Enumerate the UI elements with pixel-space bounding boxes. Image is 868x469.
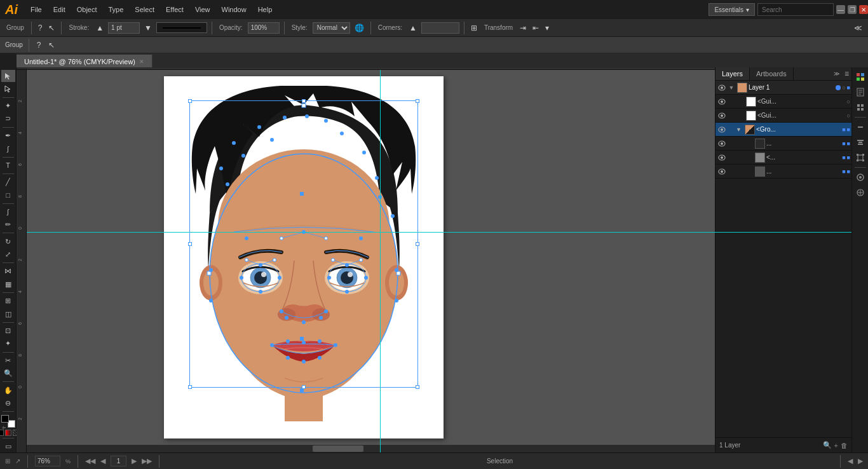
magic-wand-tool[interactable]: ✦ [1, 100, 15, 112]
gradient-tool[interactable]: ◫ [1, 308, 15, 320]
status-next-icon[interactable]: ▶ [858, 457, 863, 465]
screen-mode-tool[interactable]: ▭ [1, 440, 15, 452]
layer-row-gui2[interactable]: <Gui... ○ [715, 109, 851, 123]
gui2-eye-icon[interactable] [717, 111, 727, 121]
solid-mode-icon[interactable] [0, 430, 4, 436]
page-next-icon[interactable]: ▶▶ [142, 457, 152, 465]
transform-grid-icon[interactable]: ⊞ [469, 24, 479, 32]
search-input[interactable] [757, 3, 834, 16]
sub2-target[interactable]: ■ [847, 154, 850, 161]
menu-view[interactable]: View [190, 4, 215, 15]
status-prev-icon[interactable]: ◀ [848, 457, 853, 465]
column-graph-tool[interactable]: ▦ [1, 278, 15, 290]
document-tab[interactable]: Untitled-1* @ 76% (CMYK/Preview) ✕ [17, 55, 153, 67]
right-panel-btn4[interactable] [853, 120, 867, 134]
options-tool-btn[interactable]: ↖ [46, 41, 57, 50]
sub1-target[interactable]: ■ [847, 140, 850, 147]
right-panel-btn6[interactable] [853, 151, 867, 165]
layer-row-sub1[interactable]: ... ■ ■ [715, 137, 851, 151]
pencil-tool[interactable]: ✏ [1, 219, 15, 231]
transform-more[interactable]: ▾ [543, 24, 551, 32]
essentials-button[interactable]: Essentials ▾ [709, 3, 755, 16]
lasso-tool[interactable]: ⊃ [1, 112, 15, 125]
gui1-eye-icon[interactable] [717, 97, 727, 107]
sub1-eye-icon[interactable] [717, 139, 727, 149]
menu-help[interactable]: Help [253, 4, 278, 15]
layer1-arrow[interactable]: ▼ [727, 85, 736, 91]
zoom-out-tool[interactable]: ⊖ [1, 397, 15, 409]
sub2-eye-icon[interactable] [717, 153, 727, 163]
menu-select[interactable]: Select [130, 4, 159, 15]
status-export-icon[interactable]: ↗ [15, 458, 20, 465]
page-back-icon[interactable]: ◀ [100, 457, 105, 465]
gro1-select-icon[interactable]: ■ [842, 126, 845, 133]
right-panel-btn8[interactable] [853, 186, 867, 200]
stroke-down-icon[interactable]: ▼ [142, 24, 154, 32]
close-button[interactable]: ✕ [859, 5, 868, 14]
sub3-eye-icon[interactable] [717, 167, 727, 177]
direct-selection-tool[interactable] [1, 83, 15, 95]
toolbar-help-icon[interactable]: ? [36, 24, 44, 32]
menu-file[interactable]: File [25, 4, 47, 15]
sub3-target[interactable]: ■ [847, 168, 850, 175]
layers-search-icon[interactable]: 🔍 [823, 441, 832, 449]
transform-btn-1[interactable]: ⇥ [518, 24, 528, 32]
h-scroll-thumb[interactable] [313, 445, 363, 452]
opacity-input[interactable] [248, 22, 280, 34]
menu-effect[interactable]: Effect [161, 4, 189, 15]
maximize-button[interactable]: ❐ [848, 5, 857, 14]
layer-row-gro1[interactable]: ▼ <Gro... ■ ■ [715, 123, 851, 137]
curvature-tool[interactable]: ∫ [1, 142, 15, 154]
gro1-arrow[interactable]: ▼ [736, 126, 743, 133]
minimize-button[interactable]: — [836, 5, 845, 14]
toolbar-arrow-icon[interactable]: ↖ [46, 24, 57, 32]
layer-row-sub2[interactable]: <... ■ ■ [715, 151, 851, 165]
transform-btn-2[interactable]: ⇤ [531, 24, 541, 32]
gui2-lock-icon[interactable]: ○ [847, 112, 850, 119]
layer-row-layer1[interactable]: ▼ Layer 1 ○ ■ [715, 81, 851, 95]
globe-icon[interactable]: 🌐 [353, 24, 366, 32]
menu-object[interactable]: Object [72, 4, 102, 15]
zoom-percent-icon[interactable]: % [65, 458, 71, 465]
rect-tool[interactable]: □ [1, 189, 15, 201]
page-input[interactable] [111, 456, 126, 466]
right-panel-btn1[interactable] [853, 70, 867, 84]
paintbrush-tool[interactable]: ∫ [1, 206, 15, 218]
menu-type[interactable]: Type [104, 4, 129, 15]
type-tool[interactable]: T [1, 159, 15, 171]
sub3-icon[interactable]: ■ [842, 168, 845, 175]
zoom-input[interactable] [35, 456, 60, 466]
scale-tool[interactable]: ⤢ [1, 248, 15, 261]
layers-tab[interactable]: Layers [715, 67, 750, 80]
hand-tool[interactable]: ✋ [1, 384, 15, 396]
layers-menu-icon[interactable]: ≡ [842, 69, 851, 78]
free-transform-tool[interactable]: ⊡ [1, 325, 15, 337]
layer-row-gui1[interactable]: <Gui... ○ [715, 95, 851, 109]
gro1-target-icon[interactable]: ■ [847, 126, 850, 133]
stroke-input[interactable] [108, 22, 140, 34]
pen-tool[interactable]: ✒ [1, 130, 15, 142]
zoom-tool[interactable]: 🔍 [1, 367, 15, 379]
right-panel-btn5[interactable] [853, 135, 867, 149]
layers-add-icon[interactable]: + [834, 442, 838, 449]
layer1-lock-icon[interactable]: ○ [842, 85, 845, 91]
right-panel-btn3[interactable] [853, 100, 867, 114]
style-select[interactable]: Normal [313, 22, 350, 34]
layer-row-sub3[interactable]: ... ■ ■ [715, 165, 851, 179]
sub1-icon[interactable]: ■ [842, 140, 845, 147]
selection-tool[interactable] [1, 70, 15, 82]
layers-delete-icon[interactable]: 🗑 [841, 442, 848, 449]
toolbar-collapse-icon[interactable]: ≪ [852, 24, 864, 32]
stroke-up-icon[interactable]: ▲ [94, 24, 105, 32]
eyedropper-tool[interactable]: ✦ [1, 337, 15, 350]
tab-close-icon[interactable]: ✕ [139, 58, 144, 65]
page-forward-icon[interactable]: ▶ [132, 457, 137, 465]
menu-window[interactable]: Window [217, 4, 252, 15]
right-panel-btn7[interactable] [853, 170, 867, 184]
layer1-eye-icon[interactable] [717, 83, 727, 93]
artboards-tab[interactable]: Artboards [750, 67, 794, 80]
layer1-target-icon[interactable]: ■ [847, 85, 850, 91]
menu-edit[interactable]: Edit [48, 4, 71, 15]
gro1-eye-icon[interactable] [717, 125, 727, 135]
mesh-tool[interactable]: ⊞ [1, 295, 15, 307]
